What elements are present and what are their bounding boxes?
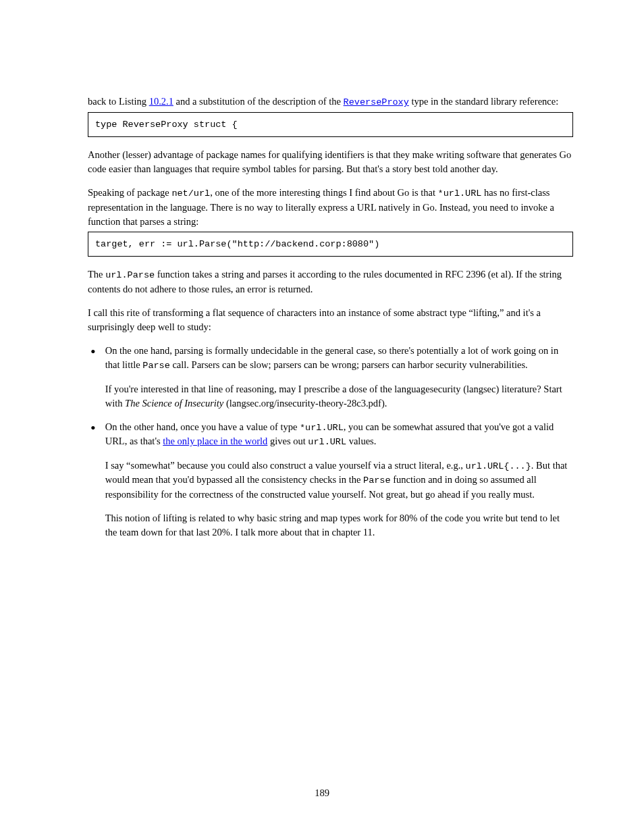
listing-ref-link[interactable]: 10.2.1: [149, 96, 173, 107]
paragraph-lifting: I call this rite of transforming a flat …: [88, 306, 573, 334]
paragraph-neturl: Speaking of package net/url, one of the …: [88, 186, 573, 229]
list-item: • On the other hand, once you have a val…: [88, 420, 573, 540]
list-item: • On the one hand, parsing is formally u…: [88, 344, 573, 411]
bullet-list: • On the one hand, parsing is formally u…: [88, 344, 573, 540]
bullet-icon: •: [90, 344, 96, 411]
li2-paragraph-1: On the other hand, once you have a value…: [105, 420, 573, 449]
code-box-urlparse: target, err := url.Parse("http://backend…: [88, 232, 573, 257]
li2-paragraph-2: I say “somewhat” because you could also …: [105, 459, 573, 502]
li2-paragraph-3: This notion of lifting is related to why…: [105, 511, 573, 540]
li1-paragraph-2: If you're interested in that line of rea…: [105, 382, 573, 411]
only-place-link[interactable]: the only place in the world: [163, 436, 267, 446]
reverseproxy-link[interactable]: ReverseProxy: [344, 97, 409, 107]
paragraph-intro: back to Listing 10.2.1 and a substitutio…: [88, 95, 573, 109]
code-box-reverseproxy: type ReverseProxy struct {: [88, 112, 573, 138]
li1-paragraph-1: On the one hand, parsing is formally und…: [105, 344, 573, 373]
bullet-icon: •: [90, 421, 96, 540]
paragraph-advantage: Another (lesser) advantage of package na…: [88, 148, 573, 176]
page-number: 189: [0, 786, 644, 800]
paragraph-urlparse-desc: The url.Parse function takes a string an…: [88, 267, 573, 296]
